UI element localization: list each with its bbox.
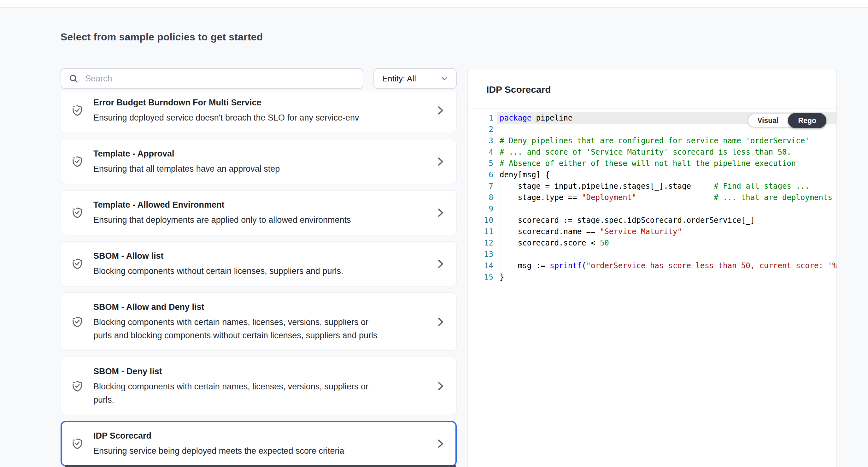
line-number: 11: [468, 226, 493, 237]
code-token: package: [500, 114, 531, 122]
code-token: # ... that are deployments: [714, 193, 832, 202]
chevron-down-icon: [441, 75, 448, 82]
code-token: "Deployment": [582, 193, 636, 202]
code-gutter: 123456789101112131415: [468, 112, 493, 283]
line-number: 15: [468, 271, 493, 283]
line-number: 6: [468, 169, 493, 180]
code-token: scorecard := stage.spec.idpScorecard.ord…: [500, 216, 755, 225]
code-token: deny[msg] {: [500, 170, 550, 179]
shield-check-icon: [71, 257, 84, 271]
code-line[interactable]: scorecard.score < 50: [500, 237, 836, 249]
policy-title: Template - Allowed Environment: [93, 199, 351, 211]
chevron-right-icon[interactable]: [428, 208, 445, 218]
policy-card[interactable]: Template - Approval Ensuring that all te…: [61, 139, 457, 184]
policy-card-text: IDP Scorecard Ensuring service being dep…: [93, 430, 344, 458]
code-line[interactable]: stage.type == "Deployment" # ... that ar…: [500, 192, 836, 203]
policy-title: SBOM - Allow list: [93, 250, 343, 263]
line-number: 9: [468, 203, 493, 214]
code-line[interactable]: scorecard := stage.spec.idpScorecard.ord…: [500, 214, 836, 226]
chevron-right-icon[interactable]: [428, 259, 445, 269]
page-title: Select from sample policies to get start…: [61, 32, 263, 43]
code-token: pipeline: [531, 114, 572, 122]
code-line[interactable]: [500, 203, 836, 214]
policy-card[interactable]: SBOM - Allow list Blocking components wi…: [61, 241, 457, 287]
code-lines: package pipeline# Deny pipelines that ar…: [500, 112, 836, 283]
code-token: stage = input.pipeline.stages[_].stage: [500, 182, 714, 191]
line-number: 10: [468, 214, 493, 226]
policy-title: SBOM - Deny list: [93, 366, 368, 378]
code-line[interactable]: deny[msg] {: [500, 169, 836, 180]
code-token: scorecard.score <: [500, 238, 600, 247]
list-scrollbar-thumb[interactable]: [65, 465, 456, 467]
policy-title: Template - Approval: [93, 148, 280, 160]
shield-check-icon: [71, 155, 84, 169]
preview-panel-title: IDP Scorecard: [468, 69, 836, 109]
code-line[interactable]: # Deny pipelines that are configured for…: [500, 135, 836, 146]
toolbar: Entity: All: [61, 68, 457, 89]
policy-title: Error Budget Burndown For Multi Service: [93, 96, 359, 109]
chevron-right-icon[interactable]: [428, 317, 445, 327]
code-token: # Find all stages ...: [714, 182, 809, 191]
shield-check-icon: [71, 206, 84, 220]
policy-card-text: SBOM - Deny list Blocking components wit…: [93, 366, 368, 406]
code-token: sprintf: [550, 261, 582, 270]
line-number: 1: [468, 112, 493, 124]
entity-filter-dropdown[interactable]: Entity: All: [373, 68, 457, 89]
code-line[interactable]: }: [500, 271, 836, 283]
code-token: # Deny pipelines that are configured for…: [500, 136, 810, 145]
code-token: msg :=: [500, 261, 550, 270]
code-token: "orderService has score less than 50, cu…: [586, 261, 836, 270]
policy-card-text: Error Budget Burndown For Multi Service …: [93, 96, 359, 124]
chevron-right-icon[interactable]: [428, 106, 445, 116]
policy-list: Error Budget Burndown For Multi Service …: [61, 91, 457, 467]
shield-check-icon: [71, 315, 84, 328]
code-token: }: [500, 273, 504, 282]
chevron-right-icon[interactable]: [428, 156, 445, 167]
line-number: 8: [468, 192, 493, 203]
shield-check-icon: [71, 437, 84, 450]
code-line[interactable]: [500, 249, 836, 260]
app: Select from sample policies to get start…: [0, 0, 868, 467]
search-input[interactable]: [84, 73, 355, 84]
code-view-toggle: Visual Rego: [747, 114, 826, 127]
line-number: 5: [468, 158, 493, 169]
policy-description: Ensuring that deployments are applied on…: [93, 213, 351, 227]
policy-card[interactable]: Error Budget Burndown For Multi Service …: [61, 91, 457, 133]
code-line[interactable]: msg := sprintf("orderService has score l…: [500, 260, 836, 271]
policy-card-text: SBOM - Allow list Blocking components wi…: [93, 250, 343, 278]
code-line[interactable]: # Absence of either of these will not ha…: [500, 158, 836, 169]
code-token: # Absence of either of these will not ha…: [500, 159, 796, 168]
code-token: [637, 193, 714, 202]
line-number: 4: [468, 146, 493, 158]
top-header-strip: [0, 0, 868, 7]
toggle-rego-button[interactable]: Rego: [788, 113, 827, 128]
policy-description: Blocking components with certain names, …: [93, 380, 368, 406]
policy-description: Ensuring service being deployed meets th…: [93, 444, 344, 458]
policy-description: Blocking components with certain names, …: [93, 316, 377, 342]
code-token: "Service Maturity": [600, 227, 682, 236]
policy-card[interactable]: Template - Allowed Environment Ensuring …: [61, 190, 457, 235]
policy-description: Ensuring that all templates have an appr…: [93, 162, 280, 175]
chevron-right-icon[interactable]: [428, 381, 445, 391]
code-editor[interactable]: 123456789101112131415 package pipeline# …: [468, 112, 836, 467]
code-token: 50: [600, 238, 609, 247]
policy-card[interactable]: SBOM - Allow and Deny list Blocking comp…: [61, 292, 457, 351]
code-token: stage.type ==: [500, 193, 582, 202]
policy-card-text: Template - Allowed Environment Ensuring …: [93, 199, 351, 227]
line-number: 3: [468, 135, 493, 146]
line-number: 2: [468, 124, 493, 135]
line-number: 13: [468, 249, 493, 260]
search-box: [61, 68, 363, 89]
shield-check-icon: [71, 104, 84, 117]
line-number: 14: [468, 260, 493, 271]
chevron-right-icon[interactable]: [428, 439, 445, 449]
toggle-visual-button[interactable]: Visual: [748, 117, 788, 124]
code-token: # ... and score of 'Service Maturity' sc…: [500, 148, 792, 156]
line-number: 7: [468, 180, 493, 192]
code-line[interactable]: stage = input.pipeline.stages[_].stage #…: [500, 180, 836, 192]
policy-card[interactable]: IDP Scorecard Ensuring service being dep…: [61, 421, 457, 466]
policy-card[interactable]: SBOM - Deny list Blocking components wit…: [61, 356, 457, 415]
policy-description: Blocking components without certain lice…: [93, 264, 343, 278]
code-line[interactable]: # ... and score of 'Service Maturity' sc…: [500, 146, 836, 158]
code-line[interactable]: scorecard.name == "Service Maturity": [500, 226, 836, 237]
